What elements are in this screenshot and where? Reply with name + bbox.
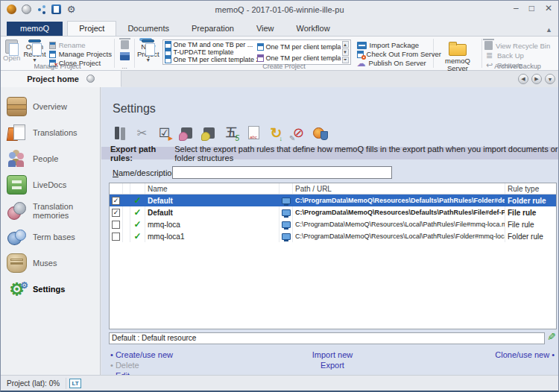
sidebar-item-overview[interactable]: Overview <box>1 93 100 119</box>
sidebar-item-people[interactable]: People <box>1 145 100 171</box>
manage-projects-button[interactable]: Manage Projects <box>49 50 112 58</box>
sidebar-item-livedocs[interactable]: LiveDocs <box>1 171 100 197</box>
qa-settings-icon[interactable] <box>154 123 174 142</box>
gears-icon <box>7 279 27 299</box>
export-path-rules-icon[interactable] <box>266 123 286 142</box>
gallery-scroll-down-icon[interactable]: ▼ <box>342 48 349 55</box>
memoq-server-folder-icon <box>449 44 467 56</box>
nav-forward-icon[interactable]: ▶ <box>531 74 542 84</box>
sidebar-item-label: Overview <box>33 102 67 111</box>
termbase-icon <box>7 227 27 247</box>
template-item[interactable]: T-UPDATE template <box>165 48 257 56</box>
rename-button: Rename <box>49 41 112 49</box>
ribbon-tab-view[interactable]: View <box>245 22 285 36</box>
open-icon <box>5 39 18 54</box>
rule-path: C:\ProgramData\MemoQ\Resources\Local\Pat… <box>293 218 505 230</box>
general-icon[interactable] <box>110 123 130 142</box>
sidebar-item-label: Translation memories <box>33 202 100 220</box>
table-row[interactable]: ✓mmq-loca1C:\ProgramData\MemoQ\Resources… <box>110 230 556 242</box>
window-title: memoQ - 2017-01-06-winnie-ille-pu <box>1 5 558 14</box>
selected-resource-description[interactable]: Default : Default resource <box>109 332 545 344</box>
category-description-text: Select the export path rules that define… <box>174 145 558 162</box>
valid-check-icon: ✓ <box>133 207 141 218</box>
table-row[interactable]: ✓DefaultC:\ProgramData\MemoQ\Resources\D… <box>110 195 556 206</box>
column-header-path[interactable]: Path / URL <box>293 183 505 194</box>
muse-icon <box>7 253 27 273</box>
new-project-button[interactable]: New Project ▼ <box>137 38 160 62</box>
project-progress: Project (lat): 0% <box>1 378 66 389</box>
group-label: ... <box>115 63 134 70</box>
tab-project-home[interactable]: Project home <box>1 71 121 87</box>
open-recent-icon <box>28 39 41 42</box>
segmentation-rules-icon[interactable] <box>132 123 152 142</box>
group-label: Manage Project <box>1 63 114 70</box>
import-package-button[interactable]: Import Package <box>357 41 441 49</box>
rename-icon <box>49 42 56 49</box>
minimize-icon[interactable]: – <box>514 3 519 13</box>
sidebar-item-label: People <box>33 154 58 163</box>
ribbon-tab-documents[interactable]: Documents <box>116 22 180 36</box>
gallery-scroll-up-icon[interactable]: ▲ <box>342 41 349 48</box>
tm-settings-icon[interactable] <box>177 123 197 142</box>
category-description-label: Export path rules: <box>110 145 171 162</box>
ribbon-tab-preparation[interactable]: Preparation <box>180 22 245 36</box>
name-description-input[interactable] <box>172 166 392 179</box>
manage-projects-icon <box>49 51 56 58</box>
rule-name: Default <box>145 195 280 206</box>
template-item[interactable]: One TM per client template <box>257 54 341 62</box>
rule-name: mmq-loca1 <box>145 230 280 242</box>
sidebar-item-translation-memories[interactable]: Translation memories <box>1 197 100 224</box>
template-item[interactable]: One TM and one TB per ... <box>165 41 257 48</box>
template-icon <box>257 43 264 51</box>
path-rules-table: Name Path / URL Rule type ✓DefaultC:\Pro… <box>109 183 557 329</box>
sidebar-item-label: Settings <box>33 285 65 294</box>
sidebar-item-settings[interactable]: Settings <box>1 276 100 302</box>
resource-actions-center: Import newExport <box>250 350 414 371</box>
auto-translation-rules-icon[interactable] <box>221 123 241 142</box>
ribbon-tab-workflow[interactable]: Workflow <box>285 22 341 36</box>
row-checkbox[interactable] <box>112 221 120 229</box>
column-header-name[interactable]: Name <box>145 183 280 194</box>
collapse-ribbon-icon[interactable]: ▲ <box>546 26 552 34</box>
sidebar-item-translations[interactable]: Translations <box>1 119 100 145</box>
nav-dropdown-icon[interactable]: ▼ <box>545 74 555 84</box>
export-settings-icon[interactable] <box>244 123 264 142</box>
livedocs-settings-icon[interactable] <box>199 123 219 142</box>
ribbon-tab-memoq[interactable]: memoQ <box>7 22 63 36</box>
valid-check-icon: ✓ <box>133 195 141 206</box>
column-header-rule-type[interactable]: Rule type <box>505 183 556 194</box>
row-checkbox[interactable] <box>112 197 120 205</box>
maximize-icon[interactable]: □ <box>529 3 534 13</box>
open-recent-button[interactable]: Open Recent ▼ <box>23 38 45 62</box>
link-export[interactable]: Export <box>250 361 414 370</box>
check-out-icon <box>357 51 364 58</box>
link-create-use-new[interactable]: • Create/use new <box>110 350 173 360</box>
template-icon <box>165 41 171 48</box>
nav-back-icon[interactable]: ◀ <box>518 74 528 84</box>
group-label: Create Project <box>135 63 433 70</box>
link-import-new[interactable]: Import new <box>250 350 414 360</box>
check-out-from-server-button[interactable]: Check Out From Server <box>357 50 441 58</box>
table-row[interactable]: ✓mmq-locaC:\ProgramData\MemoQ\Resources\… <box>110 218 556 230</box>
project-home-sidebar: OverviewTranslationsPeopleLiveDocsTransl… <box>1 87 101 375</box>
template-item[interactable]: One TM per client template 2 <box>257 43 341 51</box>
rule-type: Folder rule <box>505 230 556 242</box>
row-checkbox[interactable] <box>112 233 120 241</box>
archive-project-icon[interactable] <box>120 52 130 60</box>
ignore-lists-icon[interactable] <box>288 123 309 142</box>
link-clone-use-new[interactable]: Clone/use new • <box>495 350 555 360</box>
computer-icon <box>282 233 291 240</box>
sidebar-item-muses[interactable]: Muses <box>1 250 100 276</box>
row-checkbox[interactable] <box>112 209 120 217</box>
font-substitution-icon[interactable] <box>311 123 331 142</box>
package-icon <box>7 97 27 116</box>
table-row[interactable]: ✓DefaultC:\ProgramData\MemoQ\Resources\D… <box>110 206 556 218</box>
template-icon <box>165 48 171 56</box>
project-home-sphere-icon <box>86 75 95 83</box>
ribbon-tab-project[interactable]: Project <box>67 21 116 37</box>
close-icon[interactable]: ✕ <box>545 3 552 13</box>
table-body: ✓DefaultC:\ProgramData\MemoQ\Resources\D… <box>110 195 556 242</box>
sidebar-item-term-bases[interactable]: Term bases <box>1 224 100 250</box>
edit-description-icon[interactable]: ✎ <box>547 331 556 343</box>
group-manage-project: Open Open Recent ▼ Rename Manage Project… <box>1 37 114 70</box>
